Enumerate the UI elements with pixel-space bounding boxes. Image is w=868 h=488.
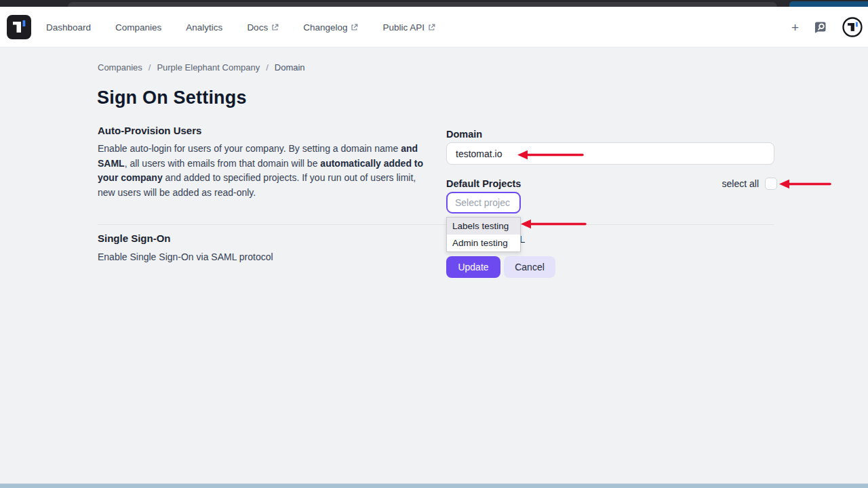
nav-item-label: Changelog [303,22,347,33]
breadcrumb-companies[interactable]: Companies [98,62,142,73]
auto-provision-heading: Auto-Provision Users [98,125,201,136]
domain-label: Domain [446,129,482,140]
nav-item-label: Dashboard [46,22,91,33]
testomat-logo-glyph [7,15,31,39]
top-navbar: Dashboard Companies Analytics Docs Chang… [0,7,868,47]
nav-item-label: Docs [247,22,268,33]
page-title: Sign On Settings [97,87,247,108]
default-projects-row: Default Projects select all [446,178,777,190]
browser-blue-button[interactable] [789,1,868,7]
project-dropdown: Labels testing Admin testing [446,217,521,252]
breadcrumb-separator: / [149,62,151,73]
browser-chrome-top [0,0,868,7]
nav-item-label: Analytics [186,22,222,33]
single-sign-on-heading: Single Sign-On [98,232,171,244]
domain-input-arrow [517,149,585,161]
nav-item-companies[interactable]: Companies [115,22,161,33]
external-link-icon [351,24,358,31]
browser-tab-shape [68,2,777,7]
select-all-checkbox[interactable] [765,178,777,190]
select-all-label: select all [722,178,759,189]
testomat-logo[interactable] [7,15,31,39]
browser-chrome-bottom [0,483,868,488]
external-link-icon [428,24,435,31]
navbar-right: + [791,7,863,47]
breadcrumb: Companies / Purple Elephant Company / Do… [98,62,305,73]
default-projects-label: Default Projects [446,178,521,189]
plus-icon[interactable]: + [791,21,799,34]
project-select-input[interactable] [446,192,521,214]
dropdown-option-arrow [521,218,587,230]
nav-item-changelog[interactable]: Changelog [303,22,358,33]
nav-item-public-api[interactable]: Public API [382,22,435,33]
update-button[interactable]: Update [446,256,500,278]
breadcrumb-company-name[interactable]: Purple Elephant Company [157,62,260,73]
nav-item-label: Companies [115,22,161,33]
user-avatar[interactable] [842,17,863,37]
dropdown-option-admin-testing[interactable]: Admin testing [447,235,520,251]
nav-item-dashboard[interactable]: Dashboard [46,22,91,33]
sign-on-settings-page: Dashboard Companies Analytics Docs Chang… [0,0,868,488]
breadcrumb-domain[interactable]: Domain [275,62,305,73]
nav-item-docs[interactable]: Docs [247,22,279,33]
select-all-group: select all [722,178,777,190]
search-bubble-icon[interactable] [814,20,827,34]
external-link-icon [271,24,279,31]
nav-item-label: Public API [382,22,425,33]
single-sign-on-description: Enable Single Sign-On via SAML protocol [98,250,431,265]
nav-item-analytics[interactable]: Analytics [186,22,222,33]
dropdown-option-labels-testing[interactable]: Labels testing [447,218,520,235]
section-divider [98,224,774,225]
select-all-arrow [779,178,832,190]
nav-links: Dashboard Companies Analytics Docs Chang… [46,7,435,47]
breadcrumb-separator: / [266,62,269,73]
auto-provision-description: Enable auto-login for users of your comp… [98,142,431,200]
domain-input[interactable] [446,142,774,165]
cancel-button[interactable]: Cancel [504,256,555,278]
